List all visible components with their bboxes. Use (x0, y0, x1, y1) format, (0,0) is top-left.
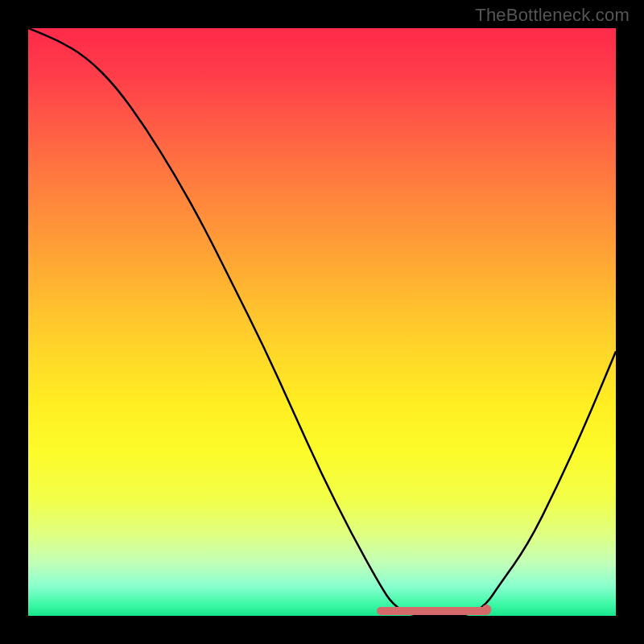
optimum-point-marker (481, 605, 491, 614)
attribution-text: TheBottleneck.com (475, 5, 630, 26)
chart-svg (28, 28, 616, 616)
bottleneck-curve (28, 28, 616, 616)
plot-area (28, 28, 616, 616)
